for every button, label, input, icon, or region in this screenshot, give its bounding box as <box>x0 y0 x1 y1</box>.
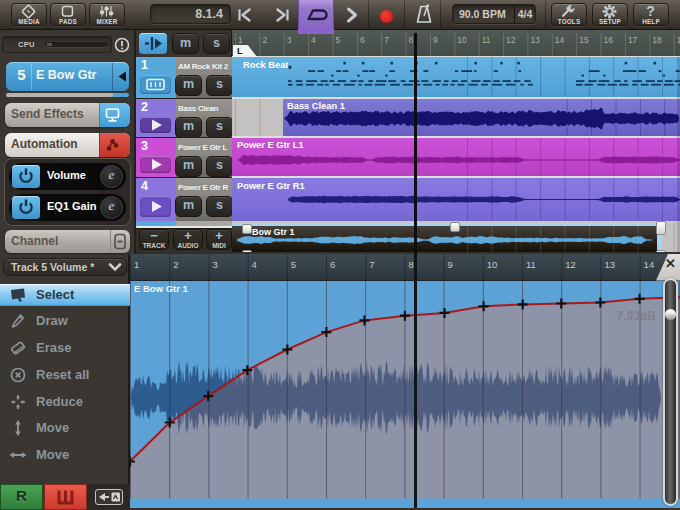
svg-text:15: 15 <box>579 35 589 45</box>
svg-text:3: 3 <box>212 259 217 270</box>
svg-text:7: 7 <box>369 259 374 270</box>
svg-text:13: 13 <box>604 259 615 270</box>
svg-text:16: 16 <box>604 35 614 45</box>
svg-text:14: 14 <box>555 35 565 45</box>
svg-text:5: 5 <box>336 35 341 45</box>
svg-text:10: 10 <box>457 35 467 45</box>
svg-text:6: 6 <box>330 259 335 270</box>
svg-text:1: 1 <box>134 259 139 270</box>
svg-text:4: 4 <box>252 259 257 270</box>
svg-text:1: 1 <box>238 35 243 45</box>
svg-text:10: 10 <box>487 259 498 270</box>
svg-text:11: 11 <box>526 259 536 270</box>
svg-text:9: 9 <box>433 35 438 45</box>
svg-text:3: 3 <box>287 35 292 45</box>
svg-text:12: 12 <box>565 259 576 270</box>
svg-text:18: 18 <box>652 35 662 45</box>
svg-text:11: 11 <box>482 35 491 45</box>
svg-text:2: 2 <box>262 35 267 45</box>
svg-text:8: 8 <box>409 35 414 45</box>
svg-text:12: 12 <box>506 35 516 45</box>
svg-text:5: 5 <box>291 259 296 270</box>
svg-text:9: 9 <box>448 259 453 270</box>
svg-text:13: 13 <box>530 35 540 45</box>
svg-text:17: 17 <box>628 35 638 45</box>
svg-text:6: 6 <box>360 35 365 45</box>
svg-text:8: 8 <box>408 259 413 270</box>
svg-text:2: 2 <box>173 259 178 270</box>
svg-text:7: 7 <box>384 35 389 45</box>
svg-text:14: 14 <box>644 259 655 270</box>
svg-text:4: 4 <box>311 35 316 45</box>
